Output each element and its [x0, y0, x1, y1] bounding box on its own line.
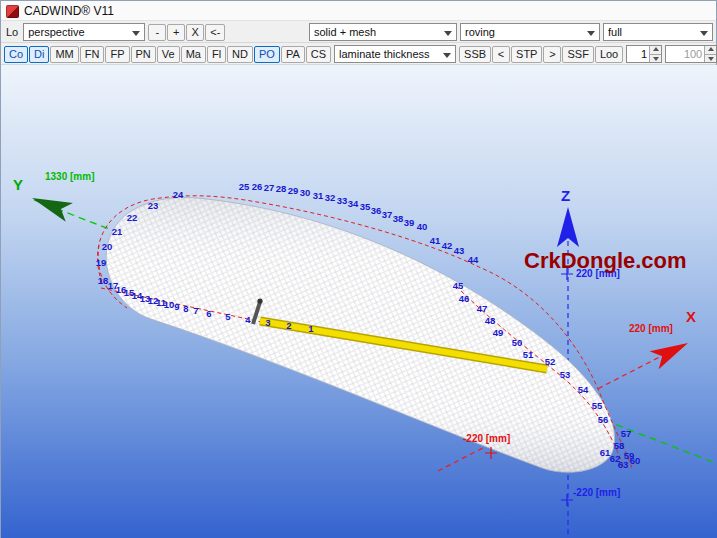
winding-point-number: 49	[493, 327, 504, 338]
title-bar: CADWIND® V11	[1, 1, 716, 21]
speed-value: 100	[666, 48, 704, 60]
speed-spinner[interactable]: 100	[665, 45, 717, 63]
view-mode-select[interactable]: perspective	[23, 23, 145, 41]
mode-button-ve[interactable]: Ve	[157, 46, 180, 63]
winding-point-number: 17	[108, 280, 119, 291]
step-back-button[interactable]: <	[492, 46, 510, 63]
step-buttons: SSB<STP>SSFLoo	[459, 46, 623, 63]
chevron-down-icon	[132, 31, 140, 40]
render-mode-value: solid + mesh	[314, 26, 376, 38]
winding-point-number: 29	[288, 185, 299, 196]
render-mode-select[interactable]: solid + mesh	[309, 23, 457, 41]
winding-point-number: 63	[618, 459, 629, 470]
winding-point-number: 31	[313, 190, 324, 201]
view-buttons: -+X<-	[148, 24, 225, 41]
winding-point-number: 40	[417, 221, 428, 232]
stp-button[interactable]: STP	[511, 46, 542, 63]
mode-button-po[interactable]: PO	[254, 46, 280, 63]
x-dimension-pos: 220 [mm]	[629, 323, 673, 334]
y-dimension-label: 1330 [mm]	[45, 171, 94, 182]
spin-up-icon[interactable]	[649, 46, 661, 55]
layer-display-select[interactable]: laminate thickness	[334, 45, 456, 63]
winding-point-number: 36	[371, 205, 382, 216]
y-axis-label: Y	[13, 176, 23, 193]
view-mode-value: perspective	[28, 26, 84, 38]
winding-point-number: 46	[459, 293, 470, 304]
winding-point-number: 38	[393, 213, 404, 224]
spin-up-icon[interactable]	[704, 46, 716, 55]
winding-point-number: 33	[337, 195, 348, 206]
spin-down-icon[interactable]	[649, 55, 661, 63]
winding-point-number: 50	[512, 337, 523, 348]
3d-viewport[interactable]: Y 1330 [mm] Z 220 [mm] -220 [mm] X 220 […	[1, 65, 716, 537]
chevron-down-icon	[444, 31, 452, 40]
fiber-select[interactable]: roving	[460, 23, 600, 41]
plus-button[interactable]: +	[167, 24, 185, 41]
z-axis-label: Z	[561, 187, 570, 204]
x-dimension-neg: -220 [mm]	[463, 433, 510, 444]
loop-count-value: 1	[627, 48, 649, 60]
winding-point-number: 44	[468, 254, 479, 265]
toolbar-view: Lo perspective -+X<- solid + mesh roving…	[1, 21, 716, 43]
mode-button-di[interactable]: Di	[29, 46, 49, 63]
ssb-button[interactable]: SSB	[459, 46, 491, 63]
step-forward-button[interactable]: >	[543, 46, 561, 63]
winding-point-number: 39	[404, 217, 415, 228]
winding-point-number: 20	[102, 241, 113, 252]
winding-point-number: 25	[239, 181, 250, 192]
watermark-text: CrkDongle.com	[524, 248, 687, 273]
chevron-down-icon	[443, 53, 451, 62]
display-range-select[interactable]: full	[603, 23, 713, 41]
chevron-down-icon	[700, 31, 708, 40]
winding-point-number: 48	[485, 315, 496, 326]
layer-display-value: laminate thickness	[339, 48, 430, 60]
mode-button-co[interactable]: Co	[4, 46, 28, 63]
mode-buttons: CoDiMMFNFPPNVeMaFlNDPOPACS	[4, 46, 331, 63]
winding-point-number: 22	[127, 212, 138, 223]
mode-button-pn[interactable]: PN	[131, 46, 156, 63]
app-window: CADWIND® V11 Lo perspective -+X<- solid …	[0, 0, 717, 538]
winding-point-number: 23	[148, 200, 159, 211]
winding-point-number: 2	[286, 320, 291, 331]
mode-button-fn[interactable]: FN	[80, 46, 105, 63]
winding-point-number: 6	[206, 308, 211, 319]
fiber-value: roving	[465, 26, 495, 38]
winding-point-number: 5	[225, 311, 231, 322]
chevron-down-icon	[587, 31, 595, 40]
minus-button[interactable]: -	[148, 24, 166, 41]
mode-button-ma[interactable]: Ma	[181, 46, 206, 63]
winding-point-number: 1	[308, 323, 314, 334]
winding-point-number: 3	[265, 317, 270, 328]
x-axis-label: X	[686, 308, 696, 325]
winding-point-number: 54	[578, 384, 589, 395]
winding-point-number: 58	[614, 440, 625, 451]
winding-point-number: 24	[173, 189, 184, 200]
x-button[interactable]: X	[186, 24, 204, 41]
mode-button-fl[interactable]: Fl	[207, 46, 226, 63]
mode-button-mm[interactable]: MM	[50, 46, 78, 63]
mode-button-nd[interactable]: ND	[227, 46, 253, 63]
loop-button[interactable]: Loo	[595, 46, 623, 63]
mode-button-cs[interactable]: CS	[306, 46, 331, 63]
winding-point-number: 42	[442, 240, 453, 251]
spin-down-icon[interactable]	[704, 55, 716, 63]
mode-button-pa[interactable]: PA	[281, 46, 305, 63]
back-arrow-button[interactable]: <-	[205, 24, 225, 41]
loop-count-spinner[interactable]: 1	[626, 45, 662, 63]
winding-point-number: 35	[360, 201, 371, 212]
winding-point-number: 27	[264, 182, 275, 193]
z-dimension-bottom: -220 [mm]	[573, 487, 620, 498]
winding-point-number: 45	[453, 280, 464, 291]
winding-point-number: 7	[193, 305, 198, 316]
toolbar-modes: CoDiMMFNFPPNVeMaFlNDPOPACS laminate thic…	[1, 43, 716, 65]
winding-point-number: 56	[598, 414, 609, 425]
winding-point-number: 30	[300, 187, 311, 198]
winding-point-number: 37	[382, 209, 393, 220]
payout-pin-head	[257, 298, 262, 303]
mode-button-fp[interactable]: FP	[105, 46, 129, 63]
ssf-button[interactable]: SSF	[562, 46, 593, 63]
winding-point-number: 34	[348, 198, 359, 209]
winding-point-number: 41	[430, 235, 441, 246]
winding-point-number: 51	[523, 349, 534, 360]
winding-point-number: 18	[98, 275, 109, 286]
